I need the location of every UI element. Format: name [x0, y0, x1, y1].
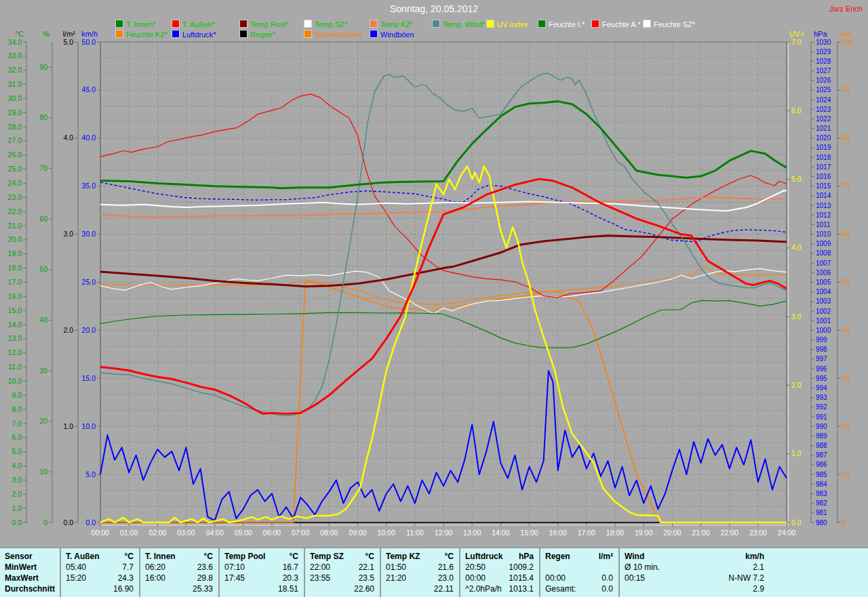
col-unit: °C	[204, 551, 213, 562]
table-col-t-innen: T. Innen°C06:2023.616:0029.825.33	[139, 548, 218, 597]
svg-text:0: 0	[43, 518, 47, 527]
svg-text:05:00: 05:00	[235, 529, 252, 537]
svg-text:1020: 1020	[816, 134, 831, 142]
legend-label: Feuchte I.*	[549, 20, 585, 28]
svg-text:15.0: 15.0	[82, 374, 96, 382]
table-row: 2.9	[620, 583, 770, 594]
col-unit: °C	[290, 551, 298, 562]
svg-text:18:00: 18:00	[606, 529, 624, 537]
svg-text:13:00: 13:00	[463, 529, 481, 537]
legend-label: Temp SZ*	[315, 20, 347, 28]
legend-label: Temp Pool*	[250, 20, 288, 28]
svg-text:11:00: 11:00	[406, 529, 424, 537]
svg-text:60: 60	[842, 230, 850, 238]
svg-text:50: 50	[39, 265, 47, 273]
table-col-header: T. Außen°C	[61, 551, 139, 562]
col-name: Temp KZ	[386, 551, 420, 562]
table-row: 07:1016.7	[220, 562, 304, 573]
svg-text:32.0: 32.0	[8, 66, 22, 74]
svg-text:983: 983	[816, 490, 827, 497]
cell-value: 1013.1	[509, 583, 534, 594]
legend-label: Temp. Wind*	[443, 20, 485, 28]
svg-text:40: 40	[842, 326, 850, 334]
legend-label: Sonnenschein	[315, 30, 362, 39]
svg-text:90: 90	[39, 63, 47, 71]
table-col-header: Temp Pool°C	[220, 551, 304, 562]
svg-text:17.0: 17.0	[8, 278, 22, 286]
table-row-label: Durchschnitt	[0, 583, 60, 594]
svg-text:1028: 1028	[816, 58, 831, 65]
svg-text:4.0: 4.0	[791, 243, 802, 251]
svg-text:988: 988	[816, 442, 827, 449]
legend-swatch	[591, 20, 599, 28]
table-row: 16:0029.8	[140, 573, 218, 583]
svg-text:70: 70	[39, 164, 47, 172]
svg-text:0.0: 0.0	[63, 518, 73, 527]
svg-text:10: 10	[39, 468, 47, 476]
cell-value: 0.0	[601, 583, 613, 594]
svg-text:60: 60	[39, 215, 47, 223]
svg-text:21.0: 21.0	[8, 222, 22, 230]
table-col-sensor: SensorMinWertMaxWertDurchschnitt	[0, 548, 60, 597]
svg-text:980: 980	[816, 519, 827, 527]
cell-value: 0.0	[601, 573, 613, 583]
col-name: Wind	[625, 551, 644, 562]
legend-label: Windböen	[380, 30, 414, 39]
legend-item-temp-sz: Temp SZ*	[304, 20, 347, 28]
svg-text:22:00: 22:00	[721, 529, 738, 537]
svg-text:1015: 1015	[816, 182, 831, 190]
svg-text:1006: 1006	[816, 269, 831, 276]
svg-text:23:00: 23:00	[749, 529, 767, 537]
svg-text:989: 989	[816, 432, 827, 440]
svg-text:1008: 1008	[816, 249, 831, 257]
svg-text:1005: 1005	[816, 279, 831, 286]
cell-time: 00:00	[545, 573, 566, 583]
svg-text:10.0: 10.0	[82, 422, 96, 430]
svg-text:982: 982	[816, 499, 827, 507]
legend-swatch	[172, 20, 180, 28]
svg-text:1016: 1016	[816, 173, 831, 180]
svg-text:994: 994	[816, 384, 827, 392]
table-col-t-au-en: T. Außen°C05:407.715:2024.316.90	[60, 548, 139, 597]
svg-text:28.0: 28.0	[8, 123, 22, 131]
svg-text:1014: 1014	[816, 192, 831, 199]
table-row: 01:5021.6	[381, 562, 459, 573]
cell-time: 07:10	[224, 562, 245, 573]
legend-label: Feuchte A.*	[602, 20, 641, 28]
svg-text:3.0: 3.0	[791, 312, 802, 321]
svg-text:1001: 1001	[816, 317, 831, 325]
svg-text:1025: 1025	[816, 86, 831, 94]
table-row: 15:2024.3	[61, 573, 139, 583]
svg-text:11.0: 11.0	[8, 363, 22, 371]
svg-text:20.0: 20.0	[8, 235, 22, 243]
svg-text:1007: 1007	[816, 260, 831, 267]
svg-text:29.0: 29.0	[8, 108, 22, 117]
svg-text:1010: 1010	[816, 230, 831, 238]
cell-time: 17:45	[224, 573, 245, 583]
table-row: ^2.0hPa/h1013.1	[460, 583, 539, 594]
weather-app-window: °C0.01.02.03.04.05.06.07.08.09.010.011.0…	[0, 0, 868, 597]
svg-text:12:00: 12:00	[435, 529, 452, 537]
cell-value: 24.3	[118, 573, 134, 583]
legend-label: Regen*	[250, 30, 275, 39]
cell-time: 01:50	[386, 562, 406, 573]
table-row: 00:000.0	[540, 573, 618, 583]
svg-text:992: 992	[816, 403, 827, 411]
svg-text:1012: 1012	[816, 211, 831, 219]
legend-swatch	[115, 30, 123, 38]
svg-text:31.0: 31.0	[8, 80, 22, 88]
cell-time: 00:15	[625, 573, 645, 583]
table-row: 22:0022.1	[305, 562, 380, 573]
table-row: Gesamt:0.0	[540, 583, 618, 594]
svg-text:19:00: 19:00	[635, 529, 652, 537]
svg-text:23.0: 23.0	[8, 193, 22, 201]
svg-text:22.0: 22.0	[8, 207, 22, 215]
svg-text:986: 986	[816, 461, 827, 468]
legend-label: Temp KZ*	[380, 20, 413, 28]
cell-time: ^2.0hPa/h	[465, 583, 502, 594]
legend-item-temp-pool: Temp Pool*	[239, 20, 288, 28]
svg-text:999: 999	[816, 336, 827, 344]
svg-text:1021: 1021	[816, 125, 831, 132]
table-row: 21:2023.0	[381, 573, 459, 583]
cell-value: 29.8	[197, 573, 213, 583]
